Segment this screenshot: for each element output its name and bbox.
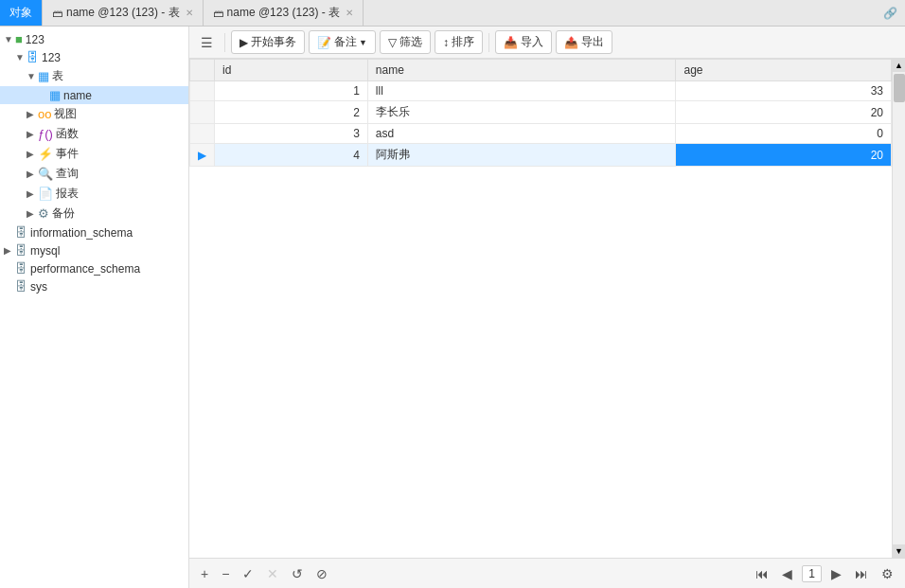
db123-inner-icon: 🗄: [27, 50, 39, 64]
info-schema-icon: 🗄: [15, 225, 27, 240]
cell-age-2[interactable]: 20: [676, 101, 892, 124]
tree-item-db123[interactable]: ▼ ■ 123: [0, 30, 188, 48]
cell-name-4[interactable]: 阿斯弗: [367, 144, 676, 167]
tree-item-sys[interactable]: 🗄 sys: [0, 277, 188, 295]
sidebar-tree: ▼ ■ 123 ▼ 🗄 123 ▼ ▦ 表 ▦ name: [0, 27, 188, 588]
page-number[interactable]: 1: [802, 565, 822, 582]
scroll-up-arrow[interactable]: ▲: [893, 59, 906, 72]
db123-label: 123: [26, 33, 44, 46]
row-indicator-4: ▶: [190, 144, 215, 167]
toggle-name-table: [38, 90, 49, 100]
nav-prev-button[interactable]: ◀: [778, 564, 796, 583]
mysql-icon: 🗄: [15, 243, 27, 258]
begin-transaction-button[interactable]: ▶ 开始事务: [231, 30, 305, 54]
export-button[interactable]: 📤 导出: [556, 30, 612, 54]
comment-icon: 📝: [317, 36, 331, 49]
tree-item-backup[interactable]: ▶ ⚙ 备份: [0, 204, 188, 223]
cell-name-3[interactable]: asd: [367, 124, 676, 144]
tree-item-info-schema[interactable]: 🗄 information_schema: [0, 223, 188, 241]
toggle-reports: ▶: [27, 188, 38, 199]
tab-objects[interactable]: 对象: [0, 0, 43, 26]
refresh-button[interactable]: ↺: [288, 564, 307, 583]
db123-icon: ■: [15, 32, 23, 46]
table-row[interactable]: 3 asd 0: [190, 124, 892, 144]
tree-item-events[interactable]: ▶ ⚡ 事件: [0, 144, 188, 164]
sort-button[interactable]: ↕ 排序: [435, 30, 483, 54]
new-tab-button[interactable]: 🔗: [876, 7, 905, 20]
comment-label: 备注: [334, 34, 357, 50]
sep2: [488, 33, 489, 52]
filter-button[interactable]: ▽ 筛选: [380, 30, 431, 54]
views-label: 视图: [54, 106, 77, 122]
nav-first-button[interactable]: ⏮: [752, 564, 772, 583]
mysql-label: mysql: [30, 244, 60, 258]
backup-icon: ⚙: [38, 206, 49, 221]
nav-last-button[interactable]: ⏭: [851, 564, 872, 583]
toggle-queries: ▶: [27, 169, 38, 179]
nav-next-button[interactable]: ▶: [827, 564, 845, 583]
tree-item-db123-inner[interactable]: ▼ 🗄 123: [0, 48, 188, 66]
toggle-views: ▶: [27, 109, 38, 119]
filter-label: 筛选: [399, 34, 422, 50]
cell-id-4[interactable]: 4: [215, 144, 368, 167]
table-row[interactable]: 1 lll 33: [190, 81, 892, 101]
tree-item-perf-schema[interactable]: 🗄 performance_schema: [0, 259, 188, 277]
tables-label: 表: [52, 68, 63, 84]
tree-item-views[interactable]: ▶ oo 视图: [0, 104, 188, 124]
sys-label: sys: [30, 280, 47, 294]
tab-table-2[interactable]: 🗃 name @123 (123) - 表 ✕: [204, 0, 364, 26]
table-icon-2: 🗃: [213, 8, 223, 19]
scroll-down-arrow[interactable]: ▼: [893, 544, 906, 558]
comment-button[interactable]: 📝 备注 ▼: [309, 30, 376, 54]
begin-transaction-label: 开始事务: [251, 34, 296, 50]
cell-id-2[interactable]: 2: [215, 101, 368, 124]
name-table-label: name: [63, 89, 92, 102]
cell-name-2[interactable]: 李长乐: [367, 101, 676, 124]
toggle-perf-schema: [4, 263, 15, 274]
main-area: ▼ ■ 123 ▼ 🗄 123 ▼ ▦ 表 ▦ name: [0, 27, 905, 588]
tree-item-queries[interactable]: ▶ 🔍 查询: [0, 164, 188, 184]
cell-id-1[interactable]: 1: [215, 81, 368, 101]
stop-button[interactable]: ⊘: [312, 564, 331, 583]
import-button[interactable]: 📥 导入: [495, 30, 552, 54]
queries-label: 查询: [56, 166, 79, 182]
table-row[interactable]: 2 李长乐 20: [190, 101, 892, 124]
bottom-bar: + − ✓ ✕ ↺ ⊘ ⏮ ◀ 1 ▶ ⏭ ⚙: [189, 558, 905, 588]
settings-button[interactable]: ⚙: [878, 564, 897, 583]
row-arrow-icon: ▶: [198, 149, 206, 162]
cell-age-1[interactable]: 33: [676, 81, 892, 101]
tree-item-mysql[interactable]: ▶ 🗄 mysql: [0, 241, 188, 259]
sys-icon: 🗄: [15, 279, 27, 294]
confirm-button[interactable]: ✓: [239, 564, 257, 583]
tree-item-functions[interactable]: ▶ ƒ() 函数: [0, 124, 188, 144]
tx-icon: ▶: [240, 36, 248, 49]
cell-name-1[interactable]: lll: [367, 81, 676, 101]
tab-objects-label: 对象: [9, 5, 32, 21]
functions-label: 函数: [56, 126, 79, 142]
backup-label: 备份: [52, 205, 75, 222]
tree-item-name-table[interactable]: ▦ name: [0, 86, 188, 104]
events-icon: ⚡: [38, 147, 53, 161]
scroll-thumb[interactable]: [894, 74, 905, 102]
cell-age-3[interactable]: 0: [676, 124, 892, 144]
content-panel: ☰ ▶ 开始事务 📝 备注 ▼ ▽ 筛选 ↕ 排序: [189, 27, 905, 588]
row-indicator-3: [190, 124, 215, 144]
tab-table-1[interactable]: 🗃 name @123 (123) - 表 ✕: [43, 0, 204, 26]
tree-item-reports[interactable]: ▶ 📄 报表: [0, 184, 188, 204]
cell-age-4[interactable]: 20: [676, 144, 892, 167]
vertical-scrollbar[interactable]: ▲ ▼: [892, 59, 905, 558]
add-row-button[interactable]: +: [197, 564, 212, 583]
functions-icon: ƒ(): [38, 127, 53, 141]
tab-close-2[interactable]: ✕: [346, 8, 353, 18]
cell-id-3[interactable]: 3: [215, 124, 368, 144]
toggle-sys: [4, 281, 15, 292]
filter-icon: ▽: [388, 36, 397, 49]
cancel-button[interactable]: ✕: [263, 564, 282, 583]
tab-close-1[interactable]: ✕: [186, 8, 193, 18]
col-name: name: [367, 60, 676, 81]
sort-icon: ↕: [443, 36, 449, 49]
tree-item-tables[interactable]: ▼ ▦ 表: [0, 66, 188, 86]
menu-button[interactable]: ☰: [195, 32, 219, 53]
remove-row-button[interactable]: −: [218, 564, 233, 583]
table-row[interactable]: ▶ 4 阿斯弗 20: [190, 144, 892, 167]
